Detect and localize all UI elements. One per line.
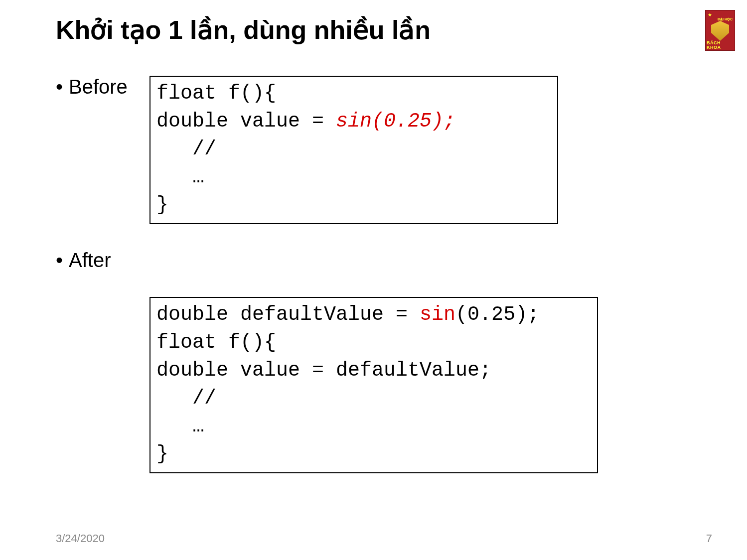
code-line: } <box>156 443 168 465</box>
logo-top-text: ĐẠI HỌC <box>718 17 733 21</box>
code-line: // <box>156 138 216 160</box>
code-line: float f(){ <box>156 331 276 354</box>
slide-title: Khởi tạo 1 lần, dùng nhiều lần <box>56 15 431 45</box>
code-line: … <box>156 166 204 188</box>
footer-page-number: 7 <box>706 532 712 545</box>
logo-bottom-text: BÁCH KHOA <box>707 41 734 50</box>
code-box-before: float f(){ double value = sin(0.25); // … <box>149 76 558 224</box>
bullet-icon: • <box>56 76 63 98</box>
code-line: // <box>156 387 216 410</box>
star-icon: ★ <box>708 12 712 17</box>
bullet-before-label: Before <box>69 76 128 98</box>
code-line: (0.25); <box>455 303 539 326</box>
code-line: double defaultValue = <box>156 303 420 326</box>
code-line: double value = defaultValue; <box>156 359 491 382</box>
shield-icon <box>709 21 731 41</box>
slide: Khởi tạo 1 lần, dùng nhiều lần ★ ĐẠI HỌC… <box>0 0 747 560</box>
footer-date: 3/24/2020 <box>56 532 105 545</box>
code-box-after: double defaultValue = sin(0.25); float f… <box>149 297 598 473</box>
university-logo: ★ ĐẠI HỌC BÁCH KHOA <box>705 10 735 51</box>
code-line: … <box>156 415 204 437</box>
code-line-highlight: sin <box>420 303 455 326</box>
code-line-highlight: sin(0.25); <box>336 110 455 133</box>
bullet-after: •After <box>56 249 111 272</box>
bullet-before: •Before <box>56 76 128 98</box>
code-line: double value = <box>156 110 336 133</box>
code-line: float f(){ <box>156 82 276 105</box>
code-line: } <box>156 194 168 216</box>
bullet-after-label: After <box>69 249 111 271</box>
bullet-icon: • <box>56 249 63 271</box>
